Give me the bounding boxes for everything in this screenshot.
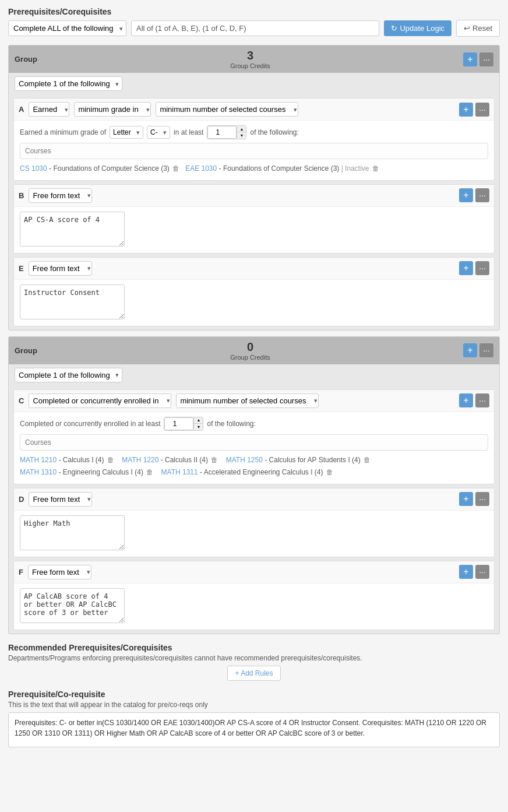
course-cs1030: CS 1030 - Foundations of Computer Scienc… — [20, 164, 182, 173]
course-math1220-delete[interactable]: 🗑 — [211, 456, 218, 464]
rule-a-grade-type-select[interactable]: Letter — [110, 126, 143, 139]
group-1-complete-select[interactable]: Complete 1 of the following — [15, 76, 122, 91]
rule-d-add-button[interactable]: + — [459, 492, 473, 506]
rule-b-add-button[interactable]: + — [459, 188, 473, 202]
recommended-subtitle: Departments/Programs enforcing prerequis… — [8, 654, 500, 662]
rule-f-add-button[interactable]: + — [459, 565, 473, 579]
rule-c-more-button[interactable]: ··· — [475, 393, 489, 407]
group-2-add-button[interactable]: + — [463, 343, 477, 357]
rule-d-textarea[interactable]: Higher Math — [20, 515, 125, 550]
group-2-credits-num: 0 — [247, 340, 253, 354]
rule-c-add-button[interactable]: + — [459, 393, 473, 407]
group-2: Group 0 Group Credits + ··· Complete 1 o… — [8, 336, 500, 634]
course-math1310-delete[interactable]: 🗑 — [146, 468, 153, 476]
group-1-credits: 3 Group Credits — [230, 49, 270, 69]
rule-a-courses-input[interactable] — [20, 143, 488, 159]
course-math1220-name: - Calculus II (4) — [161, 456, 210, 464]
rule-e-type-dropdown[interactable]: Free form text — [29, 261, 92, 276]
group-2-actions: + ··· — [463, 343, 493, 357]
prereq-text-title: Prerequisite/Co-requisite — [8, 690, 500, 699]
rule-e-more-button[interactable]: ··· — [475, 261, 489, 275]
course-math1250-link[interactable]: MATH 1250 — [226, 456, 263, 464]
rule-a-letter: A — [19, 105, 24, 114]
rule-e-textarea[interactable]: Instructor Consent — [20, 284, 125, 319]
rule-f-textarea[interactable]: AP CalcAB score of 4 or better OR AP Cal… — [20, 588, 125, 623]
rule-a-qualifier-select[interactable]: minimum grade in — [74, 102, 153, 117]
rule-d-actions: + ··· — [459, 492, 489, 506]
course-cs1030-delete[interactable]: 🗑 — [172, 164, 179, 173]
rule-a-count-down[interactable]: ▾ — [237, 132, 246, 139]
course-math1311-delete[interactable]: 🗑 — [326, 468, 333, 476]
complete-all-select[interactable]: Complete ALL of the following — [8, 20, 126, 36]
course-math1311-link[interactable]: MATH 1311 — [161, 468, 198, 476]
rule-c-count-spinner[interactable]: ▴ ▾ — [164, 417, 203, 431]
update-logic-button[interactable]: ↻ Update Logic — [384, 20, 451, 36]
rule-b-type-select[interactable]: Free form text — [29, 188, 94, 203]
group-2-complete-select[interactable]: Complete 1 of the following — [15, 368, 122, 382]
course-math1210-delete[interactable]: 🗑 — [107, 456, 114, 464]
rule-a-qualifier-dropdown[interactable]: minimum grade in — [74, 102, 151, 117]
rule-b-more-button[interactable]: ··· — [475, 188, 489, 202]
rule-f-type-select[interactable]: Free form text — [28, 565, 94, 579]
group-1-add-button[interactable]: + — [463, 52, 477, 66]
group-2-more-button[interactable]: ··· — [479, 343, 493, 357]
recommended-section: Recommended Prerequisites/Corequisites D… — [8, 643, 500, 681]
rule-f: F Free form text + ··· AP CalcAB score o… — [13, 561, 495, 630]
group-2-subheader: Complete 1 of the following — [9, 364, 499, 386]
group-2-complete-dropdown[interactable]: Complete 1 of the following — [15, 368, 122, 382]
course-cs1030-link[interactable]: CS 1030 — [20, 164, 47, 173]
rule-a-at-least: in at least — [174, 128, 203, 136]
rule-a-type-select[interactable]: Earned — [29, 102, 72, 117]
rule-a-grade-select[interactable]: C- — [147, 126, 170, 139]
rule-c-type-dropdown[interactable]: Completed or concurrently enrolled in — [29, 393, 171, 408]
rule-a-qualifier2-dropdown[interactable]: minimum number of selected courses — [156, 102, 298, 117]
course-math1220-link[interactable]: MATH 1220 — [122, 456, 158, 464]
group-1-label: Group — [15, 55, 37, 64]
rule-a-count-up[interactable]: ▴ — [237, 126, 246, 132]
course-eae1030-delete[interactable]: 🗑 — [372, 164, 379, 173]
rule-c-count-up[interactable]: ▴ — [193, 417, 203, 424]
rule-e-add-button[interactable]: + — [459, 261, 473, 275]
rule-a-of-following: of the following: — [250, 128, 298, 136]
rule-d-type-dropdown[interactable]: Free form text — [29, 492, 92, 507]
rule-f-type-dropdown[interactable]: Free form text — [28, 565, 91, 579]
rule-e-header: E Free form text + ··· — [14, 258, 494, 280]
rule-c-count-down[interactable]: ▾ — [193, 424, 203, 430]
rule-d-type-select[interactable]: Free form text — [29, 492, 94, 507]
rule-a-type-dropdown[interactable]: Earned — [29, 102, 69, 117]
rule-c-courses-input[interactable] — [20, 434, 488, 451]
rule-c-qualifier2-dropdown[interactable]: minimum number of selected courses — [176, 393, 319, 408]
rule-a-grade-type-dropdown[interactable]: Letter — [110, 126, 143, 139]
rule-b-actions: + ··· — [459, 188, 489, 202]
complete-all-dropdown[interactable]: Complete ALL of the following — [8, 20, 126, 36]
course-eae1030-link[interactable]: EAE 1030 — [185, 164, 217, 173]
rule-b-type-dropdown[interactable]: Free form text — [29, 188, 92, 203]
rule-b-textarea[interactable]: AP CS-A score of 4 — [20, 212, 125, 247]
rule-d-more-button[interactable]: ··· — [475, 492, 489, 506]
rule-f-more-button[interactable]: ··· — [475, 565, 489, 579]
rule-a-add-button[interactable]: + — [459, 103, 473, 117]
reset-button[interactable]: ↩ Reset — [456, 20, 500, 37]
course-math1250-name: - Calculus for AP Students I (4) — [264, 456, 362, 464]
rule-e: E Free form text + ··· Instructor Consen… — [13, 257, 495, 326]
course-math1310-link[interactable]: MATH 1310 — [20, 468, 57, 476]
rule-b-body: AP CS-A score of 4 — [14, 207, 494, 253]
rule-a-more-button[interactable]: ··· — [475, 103, 489, 117]
group-1-complete-dropdown[interactable]: Complete 1 of the following — [15, 76, 122, 91]
rule-a-actions: + ··· — [459, 103, 489, 117]
undo-icon: ↩ — [464, 24, 470, 33]
rule-c-type-select[interactable]: Completed or concurrently enrolled in — [29, 393, 174, 408]
course-math1250-delete[interactable]: 🗑 — [364, 456, 371, 464]
rule-c-qualifier2-select[interactable]: minimum number of selected courses — [176, 393, 321, 408]
rule-c-count-input[interactable] — [164, 417, 193, 430]
rule-a-qualifier2-select[interactable]: minimum number of selected courses — [156, 102, 301, 117]
rule-a-count-input[interactable] — [207, 126, 237, 139]
rule-a-body: Earned a minimum grade of Letter C- in a… — [14, 121, 494, 180]
group-1-more-button[interactable]: ··· — [479, 52, 493, 66]
rule-a-count-spinner[interactable]: ▴ ▾ — [207, 125, 246, 139]
rule-a-grade-dropdown[interactable]: C- — [147, 126, 170, 139]
add-rules-button[interactable]: + Add Rules — [227, 666, 280, 681]
rule-c-actions: + ··· — [459, 393, 489, 407]
course-math1210-link[interactable]: MATH 1210 — [20, 456, 57, 464]
rule-e-type-select[interactable]: Free form text — [29, 261, 94, 276]
